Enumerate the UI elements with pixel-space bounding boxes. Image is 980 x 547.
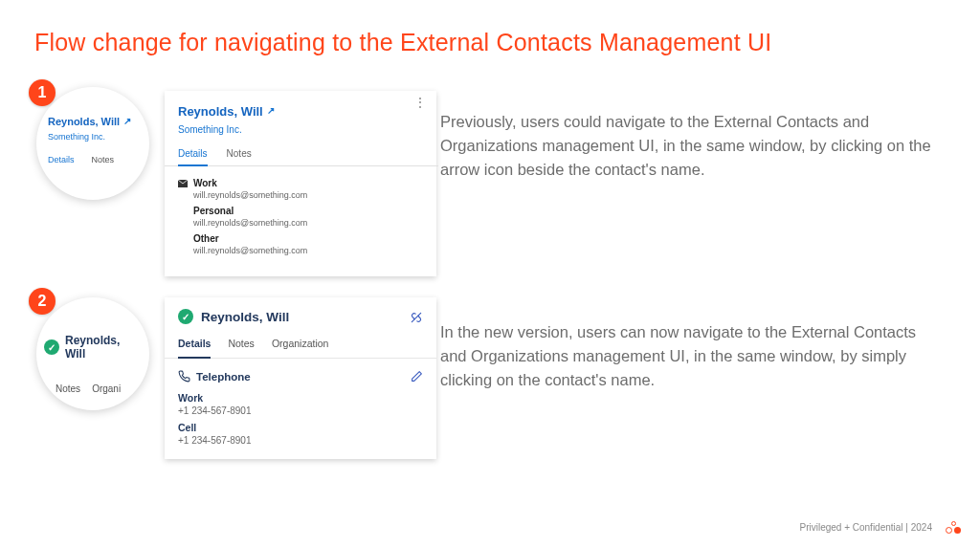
- email-personal-value: will.reynolds@something.com: [193, 218, 425, 228]
- contact-name-text: Reynolds, Will: [178, 104, 263, 119]
- tab-notes[interactable]: Notes: [92, 155, 115, 164]
- contact-name-link[interactable]: Reynolds, Will ↗: [178, 104, 425, 119]
- tab-details[interactable]: Details: [48, 155, 75, 164]
- step-badge-1: 1: [29, 79, 56, 106]
- phone-work-value: +1 234-567-8901: [178, 405, 423, 416]
- email-other-label: Other: [193, 233, 425, 244]
- verified-check-icon: ✓: [178, 309, 193, 324]
- email-work-value: will.reynolds@something.com: [193, 190, 425, 200]
- card1-tabs: Details Notes: [165, 148, 438, 166]
- tab-notes[interactable]: Notes: [56, 383, 80, 394]
- open-arrow-icon[interactable]: ↗: [267, 105, 275, 116]
- brand-logo-icon: [946, 521, 961, 534]
- page-title: Flow change for navigating to the Extern…: [34, 29, 946, 56]
- phone-cell-value: +1 234-567-8901: [178, 435, 423, 446]
- tab-notes[interactable]: Notes: [228, 338, 254, 358]
- contact-name-text: Reynolds, Will: [201, 310, 289, 324]
- card2-tabs: Details Notes Organization: [165, 338, 436, 359]
- phone-work-label: Work: [178, 392, 423, 404]
- step-badge-2: 2: [29, 288, 56, 315]
- step-2-row: 2 ✓ Reynolds, Will Notes Organi: [34, 292, 946, 459]
- zoom1-contact-name[interactable]: Reynolds, Will ↗: [48, 116, 140, 127]
- open-arrow-icon[interactable]: ↗: [123, 116, 131, 126]
- telephone-section-header: Telephone: [178, 370, 423, 383]
- step-1-row: 1 Reynolds, Will ↗ Something Inc. Detail…: [34, 81, 946, 276]
- slide: Flow change for navigating to the Extern…: [0, 0, 980, 547]
- org-link[interactable]: Something Inc.: [178, 124, 425, 135]
- zoom2-contact-name[interactable]: ✓ Reynolds, Will: [44, 334, 142, 361]
- contact-card-old: ⋮ Reynolds, Will ↗ Something Inc. Detail…: [165, 91, 436, 276]
- contact-name-text: Reynolds, Will: [65, 334, 142, 361]
- more-menu-icon[interactable]: ⋮: [413, 100, 427, 106]
- contact-name-link[interactable]: ✓ Reynolds, Will: [178, 309, 423, 324]
- tab-organization[interactable]: Organization: [272, 338, 329, 358]
- mail-icon: [178, 180, 188, 187]
- tab-details[interactable]: Details: [178, 338, 211, 359]
- footer-text: Privileged + Confidential | 2024: [799, 522, 932, 533]
- step-1-description: Previously, users could navigate to the …: [440, 110, 942, 181]
- step-2-description: In the new version, users can now naviga…: [440, 320, 942, 391]
- tab-details[interactable]: Details: [178, 148, 208, 166]
- contact-card-new: ✓ Reynolds, Will Details Notes Organizat…: [165, 297, 436, 459]
- zoom1-tabs: Details Notes: [48, 155, 140, 164]
- zoom-circle-2: ✓ Reynolds, Will Notes Organi: [36, 297, 149, 410]
- footer: Privileged + Confidential | 2024: [799, 521, 961, 534]
- phone-cell-label: Cell: [178, 422, 423, 433]
- zoom2-tabs: Notes Organi: [56, 383, 142, 394]
- email-personal-label: Personal: [193, 206, 425, 216]
- email-work-label: Work: [178, 178, 425, 188]
- verified-check-icon: ✓: [44, 339, 59, 355]
- email-other-value: will.reynolds@something.com: [193, 246, 425, 255]
- tab-organization[interactable]: Organi: [92, 383, 121, 394]
- zoom-circle-1: Reynolds, Will ↗ Something Inc. Details …: [36, 87, 149, 200]
- edit-icon[interactable]: [411, 370, 423, 383]
- tab-notes[interactable]: Notes: [227, 148, 252, 165]
- contact-name-text: Reynolds, Will: [48, 116, 120, 127]
- phone-icon: [178, 370, 190, 383]
- unlink-icon[interactable]: [410, 311, 423, 324]
- zoom1-org[interactable]: Something Inc.: [48, 132, 140, 142]
